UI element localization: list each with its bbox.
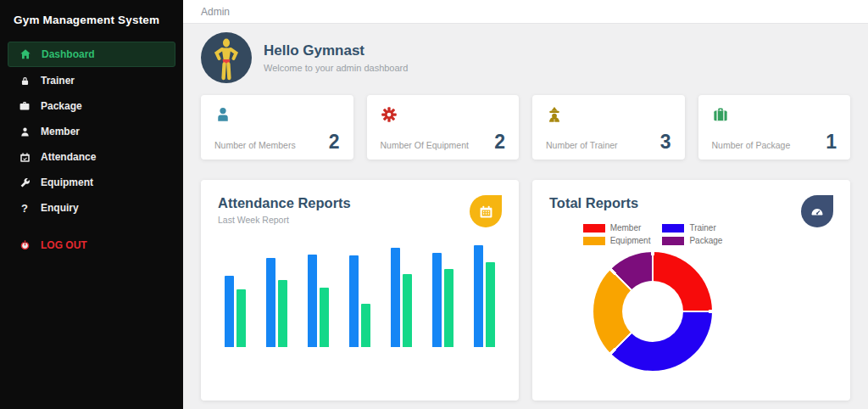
legend-label: Equipment: [610, 236, 651, 245]
stat-card-members: Number of Members 2: [201, 95, 353, 160]
bar-group[interactable]: [308, 255, 329, 347]
legend-swatch: [662, 224, 684, 233]
series-green-bar[interactable]: [486, 262, 495, 347]
avatar: [201, 32, 252, 83]
series-green-bar[interactable]: [320, 288, 329, 347]
bar-group[interactable]: [266, 258, 287, 347]
app-title: Gym Management System: [0, 10, 183, 40]
stat-label: Number of Trainer: [546, 140, 618, 150]
calendar-check-icon: [19, 151, 31, 163]
briefcase-icon: [19, 100, 31, 112]
sidebar-item-trainer[interactable]: Trainer: [0, 69, 183, 92]
logout-button[interactable]: LOG OUT: [0, 233, 183, 257]
sidebar-item-dashboard[interactable]: Dashboard: [8, 42, 175, 67]
sidebar-item-label: Package: [41, 100, 82, 112]
welcome-text: Hello Gymnast Welcome to your admin dash…: [264, 42, 408, 73]
legend-item-equipment[interactable]: Equipment: [583, 236, 651, 245]
series-blue-bar[interactable]: [308, 255, 317, 347]
legend-swatch: [583, 224, 605, 233]
sidebar: Gym Management System Dashboard Trainer …: [0, 0, 183, 409]
total-reports-card: Total Reports Member Trainer: [532, 180, 850, 401]
legend-label: Member: [610, 223, 642, 233]
attendance-reports-card: Attendance Reports Last Week Report: [201, 180, 519, 401]
charts-row: Attendance Reports Last Week Report Tota…: [201, 180, 850, 401]
sidebar-item-label: Member: [41, 126, 80, 137]
wrench-icon: [19, 176, 31, 188]
series-blue-bar[interactable]: [474, 245, 483, 347]
donut-chart-wrap: Member Trainer Equipment Package: [576, 223, 729, 371]
stat-card-package: Number of Package 1: [698, 95, 851, 160]
sidebar-item-label: Dashboard: [42, 48, 95, 60]
breadcrumb: Admin: [201, 6, 230, 18]
calendar-icon: [470, 195, 502, 227]
logout-label: LOG OUT: [41, 239, 87, 251]
legend-item-trainer[interactable]: Trainer: [662, 223, 722, 233]
series-green-bar[interactable]: [236, 289, 246, 347]
main-area: Admin Hello Gymnast: [183, 0, 868, 409]
trainer-icon: [546, 106, 563, 123]
series-blue-bar[interactable]: [225, 276, 234, 347]
card-title: Attendance Reports: [218, 195, 502, 211]
sidebar-item-label: Enquiry: [41, 202, 79, 214]
sidebar-item-label: Equipment: [41, 176, 93, 188]
stat-label: Number of Members: [214, 140, 296, 150]
bar-group[interactable]: [391, 248, 412, 347]
sidebar-item-label: Attendance: [41, 151, 96, 163]
sidebar-item-attendance[interactable]: Attendance: [0, 145, 183, 169]
stat-value: 1: [826, 133, 837, 150]
bar-group[interactable]: [225, 276, 246, 347]
member-icon: [214, 106, 231, 123]
series-blue-bar[interactable]: [432, 253, 442, 347]
power-icon: [19, 239, 31, 251]
welcome-banner: Hello Gymnast Welcome to your admin dash…: [201, 31, 850, 92]
series-green-bar[interactable]: [444, 269, 453, 347]
stats-row: Number of Members 2 Number Of Eq: [201, 95, 850, 160]
card-subtitle: Last Week Report: [218, 215, 502, 225]
series-blue-bar[interactable]: [349, 255, 359, 347]
stat-label: Number of Package: [712, 140, 791, 150]
legend-item-package[interactable]: Package: [662, 236, 722, 245]
home-icon: [19, 48, 31, 60]
series-green-bar[interactable]: [278, 280, 287, 347]
bar-group[interactable]: [349, 255, 370, 347]
total-reports-donut[interactable]: [593, 252, 712, 371]
donut-hole: [622, 281, 683, 342]
gauge-icon: [801, 195, 833, 227]
suitcase-icon: [712, 106, 729, 123]
series-green-bar[interactable]: [403, 274, 412, 347]
dashboard-content: Hello Gymnast Welcome to your admin dash…: [183, 24, 868, 409]
gear-icon: [381, 106, 398, 123]
legend-swatch: [662, 237, 684, 245]
legend-label: Trainer: [689, 223, 715, 233]
legend-label: Package: [689, 236, 722, 245]
stat-label: Number Of Equipment: [381, 140, 469, 150]
sidebar-item-package[interactable]: Package: [0, 94, 183, 118]
sidebar-item-equipment[interactable]: Equipment: [0, 171, 183, 194]
stat-card-trainer: Number of Trainer 3: [532, 95, 685, 160]
question-icon: ?: [19, 202, 31, 214]
bar-group[interactable]: [474, 245, 495, 347]
series-blue-bar[interactable]: [266, 258, 275, 347]
sidebar-item-member[interactable]: Member: [0, 120, 183, 143]
donut-legend: Member Trainer Equipment Package: [583, 223, 723, 245]
bar-group[interactable]: [432, 253, 453, 347]
sidebar-item-enquiry[interactable]: ? Enquiry: [0, 196, 183, 220]
stat-value: 3: [660, 133, 671, 150]
user-icon: [19, 126, 31, 137]
attendance-bar-chart[interactable]: [218, 237, 502, 347]
card-title: Total Reports: [549, 195, 833, 211]
welcome-subtitle: Welcome to your admin dashboard: [264, 63, 408, 73]
stat-card-equipment: Number Of Equipment 2: [367, 95, 520, 160]
stat-value: 2: [329, 133, 340, 150]
sidebar-item-label: Trainer: [41, 75, 75, 87]
series-green-bar[interactable]: [361, 304, 370, 347]
lock-icon: [19, 75, 31, 87]
stat-value: 2: [494, 133, 505, 150]
series-blue-bar[interactable]: [391, 248, 400, 347]
welcome-title: Hello Gymnast: [264, 42, 408, 59]
topbar: Admin: [183, 0, 868, 24]
legend-item-member[interactable]: Member: [583, 223, 651, 233]
legend-swatch: [583, 237, 605, 245]
gymnast-icon: [201, 32, 252, 83]
